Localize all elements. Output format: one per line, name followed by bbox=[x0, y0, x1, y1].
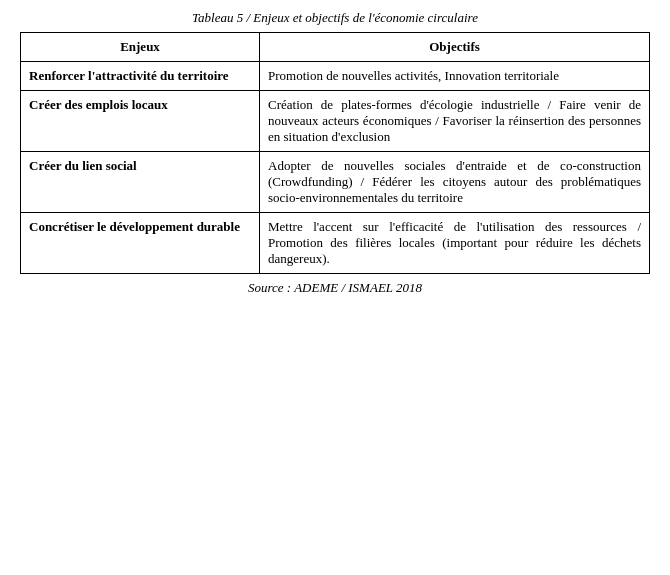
header-enjeux: Enjeux bbox=[21, 33, 260, 62]
objectifs-cell-1: Création de plates-formes d'écologie ind… bbox=[260, 91, 650, 152]
enjeux-cell-3: Concrétiser le développement durable bbox=[21, 213, 260, 274]
objectifs-cell-3: Mettre l'accent sur l'efficacité de l'ut… bbox=[260, 213, 650, 274]
enjeux-cell-1: Créer des emplois locaux bbox=[21, 91, 260, 152]
table-row: Renforcer l'attractivité du territoirePr… bbox=[21, 62, 650, 91]
table-header-row: Enjeux Objectifs bbox=[21, 33, 650, 62]
table-row: Concrétiser le développement durableMett… bbox=[21, 213, 650, 274]
enjeux-cell-0: Renforcer l'attractivité du territoire bbox=[21, 62, 260, 91]
page-container: Tableau 5 / Enjeux et objectifs de l'éco… bbox=[20, 10, 650, 296]
objectifs-cell-0: Promotion de nouvelles activités, Innova… bbox=[260, 62, 650, 91]
enjeux-cell-2: Créer du lien social bbox=[21, 152, 260, 213]
main-table: Enjeux Objectifs Renforcer l'attractivit… bbox=[20, 32, 650, 274]
table-row: Créer des emplois locauxCréation de plat… bbox=[21, 91, 650, 152]
header-objectifs: Objectifs bbox=[260, 33, 650, 62]
source-label: Source : ADEME / ISMAEL 2018 bbox=[20, 280, 650, 296]
objectifs-cell-2: Adopter de nouvelles sociales d'entraide… bbox=[260, 152, 650, 213]
table-title: Tableau 5 / Enjeux et objectifs de l'éco… bbox=[20, 10, 650, 26]
table-row: Créer du lien socialAdopter de nouvelles… bbox=[21, 152, 650, 213]
